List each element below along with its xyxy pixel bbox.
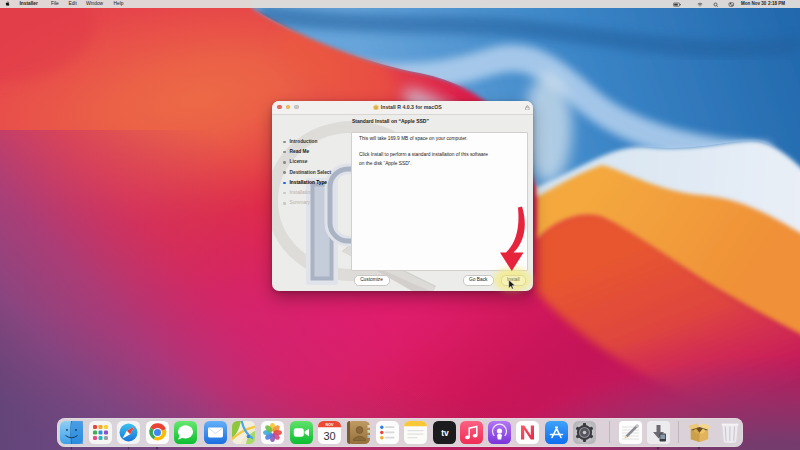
svg-text:NOV: NOV [326,423,334,427]
svg-text:tv: tv [441,428,449,438]
svg-text:30: 30 [324,430,336,442]
